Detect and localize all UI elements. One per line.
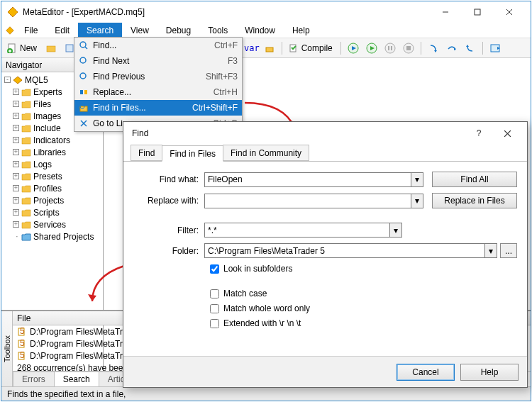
app-icon — [7, 6, 18, 18]
compile-label: Compile — [301, 43, 333, 53]
find-all-button[interactable]: Find All — [432, 172, 517, 187]
close-button[interactable] — [493, 2, 525, 22]
open-button[interactable] — [43, 40, 60, 56]
folder-dropdown-icon[interactable]: ▾ — [485, 243, 497, 258]
dialog-tab-find[interactable]: Find — [131, 145, 162, 161]
filter-label: Filter: — [133, 225, 204, 235]
tree-item[interactable]: +Scripts — [1, 206, 103, 218]
debug-start-button[interactable] — [363, 40, 380, 56]
svg-marker-25 — [466, 45, 469, 47]
dropdown-item[interactable]: Replace...Ctrl+H — [74, 84, 242, 100]
svg-point-18 — [385, 43, 395, 53]
svg-text:5: 5 — [20, 339, 25, 348]
find-input[interactable] — [204, 172, 411, 187]
match-case-checkbox[interactable] — [210, 289, 219, 298]
folder-label: Folder: — [133, 246, 204, 256]
filter-dropdown-icon[interactable]: ▾ — [390, 223, 402, 238]
new-button[interactable]: New — [4, 40, 41, 56]
help-button[interactable]: Help — [460, 364, 519, 381]
terminal-button[interactable] — [487, 40, 504, 56]
svg-marker-23 — [434, 50, 437, 52]
search-dropdown: Find...Ctrl+FFind NextF3Find PreviousShi… — [74, 37, 243, 132]
toolbox-tab-errors[interactable]: Errors — [13, 372, 55, 386]
look-in-subfolders-label: Look in subfolders — [223, 264, 292, 274]
dropdown-item[interactable]: Find PreviousShift+F3 — [74, 69, 242, 84]
match-whole-word-label: Match whole word only — [223, 303, 310, 313]
debug-start-real-button[interactable] — [345, 40, 362, 56]
dropdown-item[interactable]: Find in Files...Ctrl+Shift+F — [74, 100, 242, 116]
replace-label: Replace with: — [133, 196, 204, 206]
maximize-button[interactable] — [461, 2, 493, 22]
svg-rect-41 — [80, 106, 87, 111]
tree-item[interactable]: +Profiles — [1, 182, 103, 194]
extended-label: Extended with \r \n \t — [223, 318, 301, 328]
svg-text:5: 5 — [20, 327, 25, 336]
tree-item[interactable]: +Services — [1, 218, 103, 230]
extended-checkbox[interactable] — [210, 319, 219, 328]
svg-marker-0 — [8, 7, 18, 17]
dropdown-icon — [76, 103, 92, 113]
cancel-button[interactable]: Cancel — [397, 364, 455, 381]
menu-help[interactable]: Help — [284, 23, 318, 38]
replace-input[interactable] — [204, 194, 411, 208]
match-case-label: Match case — [223, 289, 267, 298]
menu-edit[interactable]: Edit — [46, 23, 78, 38]
step-out-button[interactable] — [462, 40, 479, 56]
svg-rect-22 — [406, 46, 411, 50]
dialog-close-icon[interactable] — [493, 123, 521, 143]
filter-input[interactable] — [204, 223, 390, 238]
mdi-icon — [4, 23, 16, 38]
tree-item[interactable]: +Presets — [1, 170, 103, 182]
svg-marker-5 — [6, 26, 14, 34]
menu-debug[interactable]: Debug — [157, 23, 199, 38]
dropdown-icon — [76, 118, 92, 128]
minimize-button[interactable] — [429, 2, 461, 22]
svg-marker-28 — [13, 77, 22, 84]
replace-in-files-button[interactable]: Replace in Files — [432, 193, 517, 208]
new-label: New — [20, 43, 37, 53]
menu-window[interactable]: Window — [236, 23, 284, 38]
dropdown-icon — [76, 40, 92, 50]
toolbox-column: File — [17, 313, 31, 323]
dialog-tab-find-in-community[interactable]: Find in Community — [223, 145, 309, 161]
svg-rect-10 — [47, 46, 55, 52]
folder-input[interactable] — [204, 243, 485, 258]
replace-dropdown-icon[interactable]: ▾ — [411, 194, 423, 208]
dialog-tab-find-in-files[interactable]: Find in Files — [162, 145, 223, 162]
toolbar-btn[interactable] — [261, 40, 278, 56]
dialog-help-icon[interactable]: ? — [465, 123, 493, 143]
match-whole-word-checkbox[interactable] — [210, 304, 219, 313]
svg-rect-11 — [66, 45, 73, 52]
menu-tools[interactable]: Tools — [199, 23, 236, 38]
stop-button[interactable] — [400, 40, 417, 56]
browse-button[interactable]: ... — [500, 243, 517, 258]
look-in-subfolders-checkbox[interactable] — [210, 264, 219, 274]
svg-text:5: 5 — [20, 351, 25, 360]
status-text: Finds the specified text in a file, — [7, 389, 126, 399]
pause-button[interactable] — [382, 40, 399, 56]
dropdown-icon — [76, 87, 92, 97]
step-over-button[interactable] — [443, 40, 460, 56]
tree-item[interactable]: +Libraries — [1, 146, 103, 158]
tree-item[interactable]: +Logs — [1, 158, 103, 170]
find-dropdown-icon[interactable]: ▾ — [411, 172, 423, 187]
tree-item[interactable]: ·Shared Projects — [1, 230, 103, 242]
dropdown-item[interactable]: Find NextF3 — [74, 53, 242, 69]
svg-rect-20 — [391, 46, 392, 50]
tree-item[interactable]: +Projects — [1, 194, 103, 206]
menu-file[interactable]: File — [16, 23, 46, 38]
svg-rect-19 — [388, 46, 389, 50]
tree-item[interactable]: +Indicators — [1, 134, 103, 146]
dropdown-icon — [76, 72, 92, 82]
menu-search[interactable]: Search — [78, 23, 122, 38]
svg-rect-40 — [84, 90, 87, 94]
window-title: MetaEditor - [ExpertMACD.mq5] — [23, 7, 429, 17]
toolbox-tab-search[interactable]: Search — [54, 372, 99, 386]
svg-rect-12 — [266, 48, 273, 52]
svg-point-38 — [80, 73, 86, 79]
step-into-button[interactable] — [425, 40, 442, 56]
dropdown-item[interactable]: Find...Ctrl+F — [74, 38, 242, 53]
menu-view[interactable]: View — [122, 23, 157, 38]
compile-button[interactable]: Compile — [286, 40, 337, 56]
navigator-title: Navigator — [6, 60, 42, 70]
